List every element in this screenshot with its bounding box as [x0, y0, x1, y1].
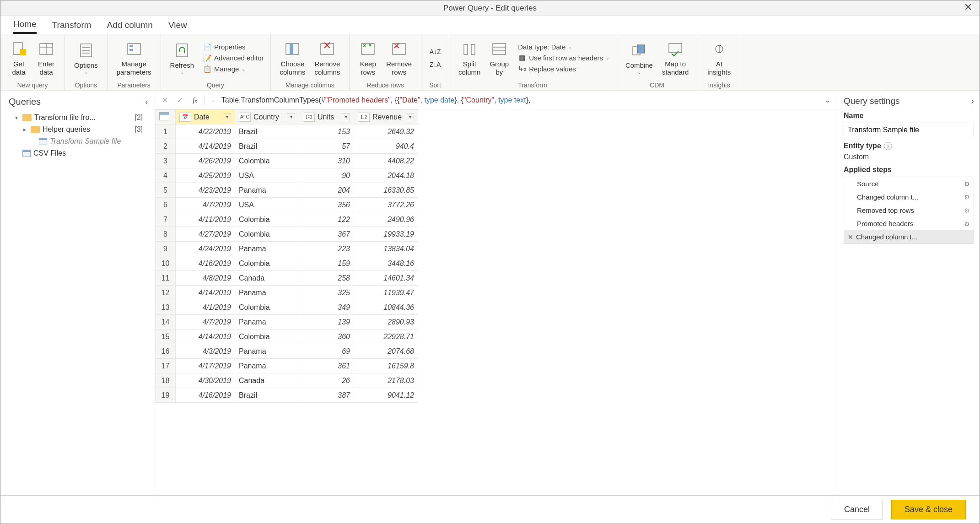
- cell-revenue[interactable]: 2074.68: [354, 344, 418, 359]
- cell-country[interactable]: Colombia: [235, 256, 299, 271]
- table-row[interactable]: 74/11/2019Colombia1222490.96: [156, 212, 418, 227]
- type-icon[interactable]: 1.2: [358, 113, 370, 122]
- row-number[interactable]: 7: [156, 212, 176, 227]
- save-close-button[interactable]: Save & close: [891, 500, 966, 519]
- type-icon[interactable]: 📅: [179, 113, 191, 122]
- get-data-button[interactable]: Get data: [5, 38, 32, 78]
- cell-country[interactable]: Colombia: [235, 212, 299, 227]
- map-to-standard-button[interactable]: Map to standard: [657, 38, 693, 78]
- replace-values-button[interactable]: ↳₂Replace values: [516, 64, 611, 74]
- cell-revenue[interactable]: 2178.03: [354, 373, 418, 388]
- row-number[interactable]: 6: [156, 198, 176, 212]
- row-number[interactable]: 19: [156, 388, 176, 403]
- table-row[interactable]: 104/16/2019Colombia1593448.16: [156, 256, 418, 271]
- tab-add-column[interactable]: Add column: [107, 17, 153, 33]
- cell-date[interactable]: 4/16/2019: [176, 388, 235, 403]
- delete-step-icon[interactable]: ✕: [848, 233, 853, 241]
- cell-revenue[interactable]: 22928.71: [354, 330, 418, 344]
- row-number[interactable]: 9: [156, 242, 176, 256]
- cell-date[interactable]: 4/14/2019: [176, 286, 235, 300]
- applied-step[interactable]: Changed column t...⚙: [844, 190, 974, 204]
- combine-button[interactable]: Combine ⌄: [621, 39, 657, 76]
- cell-revenue[interactable]: 9041.12: [354, 388, 418, 403]
- cell-units[interactable]: 57: [299, 139, 354, 154]
- cell-date[interactable]: 4/27/2019: [176, 227, 235, 242]
- cell-revenue[interactable]: 2649.32: [354, 124, 418, 139]
- cell-units[interactable]: 69: [299, 344, 354, 359]
- cell-units[interactable]: 349: [299, 300, 354, 315]
- row-number[interactable]: 5: [156, 183, 176, 198]
- cell-country[interactable]: Brazil: [235, 124, 299, 139]
- row-number[interactable]: 16: [156, 344, 176, 359]
- cancel-button[interactable]: Cancel: [831, 500, 883, 519]
- cell-units[interactable]: 204: [299, 183, 354, 198]
- cell-revenue[interactable]: 2044.18: [354, 168, 418, 183]
- enter-data-button[interactable]: Enter data: [32, 38, 60, 78]
- gear-icon[interactable]: ⚙: [964, 180, 970, 188]
- gear-icon[interactable]: ⚙: [964, 207, 970, 214]
- cell-revenue[interactable]: 2890.93: [354, 315, 418, 330]
- row-number[interactable]: 18: [156, 373, 176, 388]
- cell-country[interactable]: Brazil: [235, 139, 299, 154]
- table-row[interactable]: 24/14/2019Brazil57940.4: [156, 139, 418, 154]
- tree-node[interactable]: ▾Transform file fro...[2]: [4, 112, 151, 124]
- table-row[interactable]: 164/3/2019Panama692074.68: [156, 344, 418, 359]
- cell-date[interactable]: 4/30/2019: [176, 373, 235, 388]
- gear-icon[interactable]: ⚙: [964, 194, 970, 201]
- cell-revenue[interactable]: 14601.34: [354, 271, 418, 286]
- cell-units[interactable]: 367: [299, 227, 354, 242]
- column-header[interactable]: 1²3Units▾: [299, 110, 354, 124]
- row-number[interactable]: 11: [156, 271, 176, 286]
- cell-country[interactable]: USA: [235, 198, 299, 212]
- column-header[interactable]: AᴮCCountry▾: [235, 110, 299, 124]
- row-number[interactable]: 1: [156, 124, 176, 139]
- tree-node[interactable]: Transform Sample file: [4, 135, 151, 147]
- filter-dropdown-icon[interactable]: ▾: [287, 113, 295, 121]
- cell-country[interactable]: Panama: [235, 344, 299, 359]
- tree-node[interactable]: ▸Helper queries[3]: [4, 124, 151, 135]
- cell-date[interactable]: 4/11/2019: [176, 212, 235, 227]
- data-grid[interactable]: 📅Date▾AᴮCCountry▾1²3Units▾1.2Revenue▾14/…: [155, 109, 838, 495]
- cell-date[interactable]: 4/1/2019: [176, 300, 235, 315]
- column-header[interactable]: 1.2Revenue▾: [354, 110, 418, 124]
- keep-rows-button[interactable]: Keep rows: [354, 38, 382, 78]
- row-number[interactable]: 17: [156, 359, 176, 373]
- cell-country[interactable]: Canada: [235, 271, 299, 286]
- tab-home[interactable]: Home: [13, 16, 37, 34]
- cell-country[interactable]: Panama: [235, 242, 299, 256]
- gear-icon[interactable]: ⚙: [964, 220, 970, 227]
- type-icon[interactable]: 1²3: [303, 113, 315, 122]
- ai-insights-button[interactable]: AI insights: [703, 38, 735, 78]
- fx-icon[interactable]: fx: [190, 96, 200, 104]
- expand-icon[interactable]: ▸: [22, 126, 28, 133]
- formula-text[interactable]: Table.TransformColumnTypes(#"Promoted he…: [221, 96, 817, 104]
- split-column-button[interactable]: Split column: [454, 38, 485, 78]
- cell-revenue[interactable]: 3448.16: [354, 256, 418, 271]
- table-row[interactable]: 144/7/2019Panama1392890.93: [156, 315, 418, 330]
- cell-revenue[interactable]: 13834.04: [354, 242, 418, 256]
- expand-icon[interactable]: ▾: [13, 114, 20, 121]
- row-number[interactable]: 4: [156, 168, 176, 183]
- cell-country[interactable]: Colombia: [235, 330, 299, 344]
- cell-country[interactable]: Brazil: [235, 388, 299, 403]
- row-number[interactable]: 12: [156, 286, 176, 300]
- row-number[interactable]: 15: [156, 330, 176, 344]
- cell-date[interactable]: 4/16/2019: [176, 256, 235, 271]
- cell-date[interactable]: 4/26/2019: [176, 154, 235, 168]
- applied-step[interactable]: Source⚙: [844, 177, 974, 190]
- group-by-button[interactable]: Group by: [485, 38, 513, 78]
- refresh-button[interactable]: Refresh ⌄: [166, 39, 199, 76]
- table-row[interactable]: 194/16/2019Brazil3879041.12: [156, 388, 418, 403]
- cell-revenue[interactable]: 16330.85: [354, 183, 418, 198]
- cell-revenue[interactable]: 2490.96: [354, 212, 418, 227]
- table-row[interactable]: 44/25/2019USA902044.18: [156, 168, 418, 183]
- table-row[interactable]: 64/7/2019USA3563772.26: [156, 198, 418, 212]
- cell-date[interactable]: 4/17/2019: [176, 359, 235, 373]
- cell-units[interactable]: 310: [299, 154, 354, 168]
- remove-rows-button[interactable]: Remove rows: [382, 38, 416, 78]
- row-number[interactable]: 14: [156, 315, 176, 330]
- row-number[interactable]: 13: [156, 300, 176, 315]
- cell-units[interactable]: 223: [299, 242, 354, 256]
- applied-step[interactable]: ✕Changed column t...: [844, 230, 974, 243]
- cell-units[interactable]: 361: [299, 359, 354, 373]
